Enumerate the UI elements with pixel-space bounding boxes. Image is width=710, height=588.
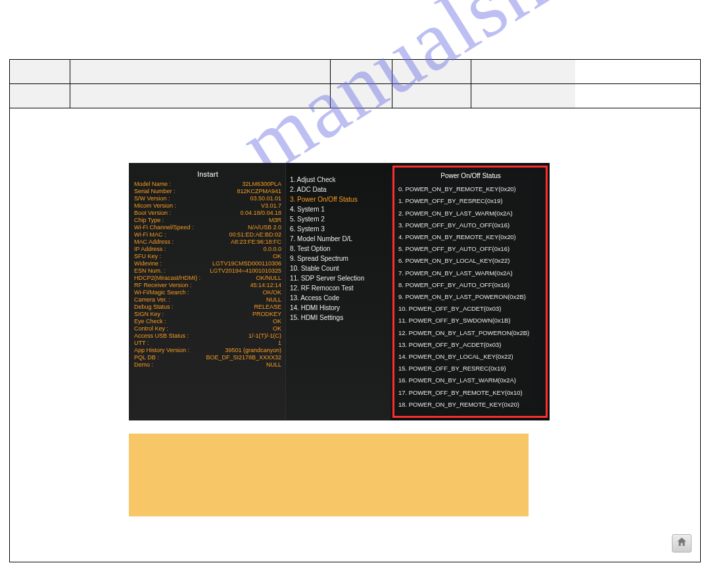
instart-value: 45:14:12:14 (250, 282, 281, 289)
power-status-row: 7. POWER_ON_BY_LAST_WARM(0x2A) (398, 267, 543, 279)
instart-key: SIGN Key : (134, 311, 164, 318)
instart-key: Micom Version : (134, 202, 176, 210)
menu-item[interactable]: 10. Stable Count (290, 263, 388, 273)
instart-title: Instart (134, 171, 281, 178)
power-status-row: 12. POWER_ON_BY_LAST_POWERON(0x2B) (398, 327, 543, 339)
document-header (9, 20, 701, 108)
menu-item[interactable]: 7. Model Number D/L (290, 234, 388, 244)
instart-key: MAC Address : (134, 238, 174, 246)
power-status-row: 10. POWER_OFF_BY_ACDET(0x03) (398, 303, 543, 315)
hdr-r1c4 (331, 60, 392, 83)
title-bar (9, 20, 701, 60)
hdr-r1c5 (392, 60, 471, 83)
instart-row: MAC Address :A8:23:FE:96:18:FC (134, 238, 281, 246)
instart-row: HDCP2(Miracast/HDMI) :OK/NULL (134, 275, 281, 282)
instart-key: UTT : (134, 340, 149, 347)
instart-row: App History Version :39501 (grandcanyon) (134, 347, 281, 354)
menu-item[interactable]: 1. Adjust Check (290, 175, 388, 185)
instart-value: A8:23:FE:96:18:FC (231, 238, 281, 246)
instart-value: 32LM6300PLA (242, 181, 281, 188)
instart-value: 00:51:ED:AE:BD:02 (229, 231, 281, 238)
hdr-r1c3 (70, 60, 331, 83)
instart-key: Camera Ver. : (134, 296, 170, 304)
instart-key: Eye Check : (134, 318, 166, 325)
instart-row: RF Receiver Version :45:14:12:14 (134, 282, 281, 289)
menu-item[interactable]: 11. SDP Server Selection (290, 273, 388, 283)
instart-row: Wi-Fi MAC :00:51:ED:AE:BD:02 (134, 231, 281, 238)
power-status-row: 9. POWER_ON_BY_LAST_POWERON(0x2B) (398, 291, 543, 303)
instart-value: 812KCZPMA941 (237, 188, 281, 195)
instart-row: Model Name :32LM6300PLA (134, 181, 281, 188)
menu-item[interactable]: 9. Spread Spectrum (290, 254, 388, 263)
instart-key: ESN Num. : (134, 267, 166, 275)
instart-key: Control Key : (134, 325, 168, 332)
home-button[interactable] (672, 534, 692, 553)
instart-value: 0.04.18/0.04.18 (240, 210, 281, 217)
power-status-row: 16. POWER_ON_BY_LAST_WARM(0x2A) (398, 374, 543, 386)
instart-row: Access USB Status :1/-1(T)/-1(C) (134, 332, 281, 340)
instart-value: 0.0.0.0 (263, 246, 281, 253)
instart-value: NULL (266, 361, 281, 369)
instart-value: OK (273, 318, 281, 325)
power-status-row: 2. POWER_ON_BY_LAST_WARM(0x2A) (398, 208, 543, 219)
menu-item[interactable]: 14. HDMI History (290, 303, 388, 313)
instart-value: RELEASE (254, 304, 281, 311)
power-status-row: 0. POWER_ON_BY_REMOTE_KEY(0x20) (398, 183, 543, 195)
menu-item[interactable]: 4. System 1 (290, 204, 388, 214)
instart-row: Camera Ver. :NULL (134, 296, 281, 304)
instart-panel: Instart Model Name :32LM6300PLASerial Nu… (129, 163, 285, 420)
instart-value: M3R (269, 217, 281, 224)
instart-value: 1 (278, 340, 281, 347)
instart-row: Widevine :LGTV19CMSD000110306 (134, 260, 281, 267)
instart-row: ESN Num. :LGTV20194=41001010325 (134, 267, 281, 275)
instart-key: Boot Version : (134, 210, 171, 217)
instart-value: OK (273, 253, 281, 260)
instart-value: 03.50.01.01 (250, 195, 281, 202)
power-status-row: 1. POWER_OFF_BY_RESREC(0x19) (398, 195, 543, 207)
power-status-row: 6. POWER_ON_BY_LOCAL_KEY(0x22) (398, 255, 543, 267)
power-status-row: 15. POWER_OFF_BY_RESREC(0x19) (398, 363, 543, 374)
hdr-r2c6 (471, 84, 575, 108)
instart-row: SIGN Key :PRODKEY (134, 311, 281, 318)
menu-item[interactable]: 12. RF Remocon Test (290, 283, 388, 293)
instart-row: Control Key :OK (134, 325, 281, 332)
instart-row: Debug Status :RELEASE (134, 304, 281, 311)
power-status-row: 8. POWER_OFF_BY_AUTO_OFF(0x16) (398, 279, 543, 291)
instart-key: PQL DB : (134, 354, 159, 361)
instart-key: HDCP2(Miracast/HDMI) : (134, 275, 201, 282)
power-status-row: 18. POWER_ON_BY_REMOTE_KEY(0x20) (398, 399, 543, 411)
menu-item[interactable]: 2. ADC Data (290, 185, 388, 194)
instart-key: Debug Status : (134, 304, 174, 311)
hdr-r1c6 (471, 60, 575, 83)
instart-row: Serial Number :812KCZPMA941 (134, 188, 281, 195)
power-status-row: 5. POWER_OFF_BY_AUTO_OFF(0x16) (398, 243, 543, 255)
instart-value: 1/-1(T)/-1(C) (248, 332, 281, 340)
instart-key: Wi-Fi MAC : (134, 231, 166, 238)
instart-value: V3.01.7 (261, 202, 281, 210)
menu-item[interactable]: 5. System 2 (290, 214, 388, 224)
power-status-row: 4. POWER_ON_BY_REMOTE_KEY(0x20) (398, 231, 543, 243)
instart-row: Wi-Fi/Magic Search :OK/OK (134, 289, 281, 296)
instart-value: PRODKEY (252, 311, 281, 318)
instart-row: S/W Version :03.50.01.01 (134, 195, 281, 202)
instart-key: Serial Number : (134, 188, 176, 195)
instart-key: RF Receiver Version : (134, 282, 192, 289)
instart-value: LGTV19CMSD000110306 (212, 260, 281, 267)
power-status-row: 13. POWER_OFF_BY_ACDET(0x03) (398, 339, 543, 351)
menu-item[interactable]: 6. System 3 (290, 224, 388, 234)
instart-row: UTT :1 (134, 340, 281, 347)
instart-value: N/A/USB 2.0 (248, 224, 281, 231)
hdr-r2c5 (392, 84, 471, 108)
instart-key: Demo : (134, 361, 153, 369)
menu-item[interactable]: 15. HDMI Settings (290, 313, 388, 323)
power-status-row: 14. POWER_ON_BY_LOCAL_KEY(0x22) (398, 351, 543, 363)
power-status-title: Power On/Off Status (398, 170, 543, 182)
instart-value: NULL (266, 296, 281, 304)
instart-value: 39501 (grandcanyon) (225, 347, 281, 354)
menu-item[interactable]: 13. Access Code (290, 293, 388, 303)
hdr-r1c2 (10, 60, 70, 83)
menu-item[interactable]: 8. Test Option (290, 244, 388, 254)
instart-value: OK (273, 325, 281, 332)
menu-item[interactable]: 3. Power On/Off Status (290, 194, 388, 204)
instart-key: SFU Key : (134, 253, 161, 260)
